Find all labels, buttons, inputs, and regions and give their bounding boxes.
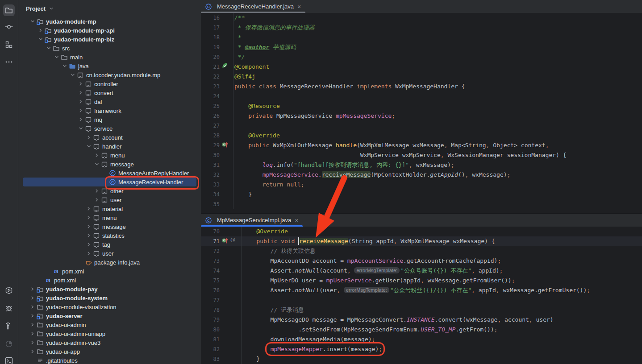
chevron-right-icon[interactable] bbox=[29, 303, 36, 310]
chevron-right-icon[interactable] bbox=[29, 285, 36, 293]
chevron-right-icon[interactable] bbox=[29, 321, 36, 328]
tree-item-account[interactable]: account bbox=[18, 133, 201, 142]
tree-item-messageautoreplyhandler[interactable]: CMessageAutoReplyHandler bbox=[18, 169, 201, 178]
chevron-down-icon[interactable] bbox=[61, 62, 68, 70]
line-number[interactable]: 75 bbox=[201, 276, 221, 285]
editor-bottom-code[interactable]: 70 @Override71@ public void receiveMessa… bbox=[201, 227, 642, 364]
tree-item-main[interactable]: main bbox=[18, 53, 201, 62]
tree-item-tag[interactable]: tag bbox=[18, 240, 201, 249]
overriding-method-icon[interactable] bbox=[221, 141, 229, 151]
tree-item-yudao-server[interactable]: yudao-server bbox=[18, 311, 201, 320]
code-line-20[interactable]: 20 */ bbox=[201, 52, 642, 62]
tree-item-yudao-module-mp-api[interactable]: yudao-module-mp-api bbox=[18, 26, 201, 35]
chevron-right-icon[interactable] bbox=[85, 241, 92, 248]
code-line-18[interactable]: 18 * bbox=[201, 33, 642, 42]
tree-item-yudao-ui-admin-vue3[interactable]: yudao-ui-admin-vue3 bbox=[18, 338, 201, 347]
line-number[interactable]: 26 bbox=[201, 111, 221, 121]
line-number[interactable]: 81 bbox=[201, 335, 221, 344]
line-number[interactable]: 70 bbox=[201, 227, 221, 236]
line-number[interactable]: 74 bbox=[201, 266, 221, 276]
chevron-down-icon[interactable] bbox=[48, 5, 54, 12]
chevron-right-icon[interactable] bbox=[77, 80, 84, 87]
tree-item-statistics[interactable]: statistics bbox=[18, 231, 201, 240]
editor-top-code[interactable]: 16/**17 * 保存微信消息的事件处理器18 *19 * @author 芋… bbox=[201, 13, 642, 213]
line-number[interactable]: 20 bbox=[201, 52, 221, 62]
chevron-down-icon[interactable] bbox=[29, 18, 36, 25]
tree-item-mq[interactable]: mq bbox=[18, 115, 201, 124]
line-number[interactable]: 16 bbox=[201, 13, 221, 23]
tab-mp-message-service-impl[interactable]: C MpMessageServiceImpl.java × bbox=[201, 214, 303, 227]
line-number[interactable]: 18 bbox=[201, 33, 221, 42]
tree-item-yudao-ui-admin[interactable]: yudao-ui-admin bbox=[18, 320, 201, 329]
line-number[interactable]: 22 bbox=[201, 72, 221, 82]
line-number[interactable]: 30 bbox=[201, 150, 221, 160]
tree-item-message[interactable]: message bbox=[18, 160, 201, 169]
chevron-right-icon[interactable] bbox=[85, 214, 92, 221]
tree-item-cn.iocoder.yudao.module.mp[interactable]: cn.iocoder.yudao.module.mp bbox=[18, 70, 201, 79]
project-folder-icon[interactable] bbox=[3, 4, 15, 16]
tree-item-pom.xml[interactable]: mpom.xml bbox=[18, 267, 201, 276]
tree-item-menu[interactable]: menu bbox=[18, 151, 201, 160]
close-icon[interactable]: × bbox=[297, 4, 301, 10]
code-line-24[interactable]: 24 bbox=[201, 91, 642, 101]
code-line-72[interactable]: 72 // 获得关联信息 bbox=[201, 246, 642, 256]
chevron-right-icon[interactable] bbox=[29, 294, 36, 302]
line-number[interactable]: 71 bbox=[201, 236, 221, 246]
chevron-right-icon[interactable] bbox=[29, 312, 36, 319]
chevron-right-icon[interactable] bbox=[29, 348, 36, 355]
spring-bean-icon[interactable] bbox=[221, 62, 228, 72]
code-line-76[interactable]: 76 Assert.notNull(user, errorMsgTemplate… bbox=[201, 285, 642, 295]
code-line-22[interactable]: 22@Slf4j bbox=[201, 72, 642, 82]
line-number[interactable]: 35 bbox=[201, 199, 221, 209]
chevron-right-icon[interactable] bbox=[93, 196, 100, 203]
line-number[interactable]: 33 bbox=[201, 180, 221, 190]
line-number[interactable]: 73 bbox=[201, 256, 221, 266]
build-icon[interactable] bbox=[3, 320, 15, 332]
tree-item-messagereceivehandler[interactable]: CMessageReceiveHandler bbox=[18, 178, 201, 186]
line-number[interactable]: 82 bbox=[201, 344, 221, 354]
code-line-19[interactable]: 19 * @author 芋道源码 bbox=[201, 42, 642, 52]
chevron-right-icon[interactable] bbox=[77, 116, 84, 123]
chevron-down-icon[interactable] bbox=[37, 36, 44, 43]
chevron-right-icon[interactable] bbox=[37, 27, 44, 34]
chevron-right-icon[interactable] bbox=[93, 152, 100, 159]
code-line-26[interactable]: 26 private MpMessageService mpMessageSer… bbox=[201, 111, 642, 121]
code-line-25[interactable]: 25 @Resource bbox=[201, 101, 642, 111]
code-line-74[interactable]: 74 Assert.notNull(account, errorMsgTempl… bbox=[201, 266, 642, 276]
chevron-right-icon[interactable] bbox=[77, 89, 84, 96]
chevron-down-icon[interactable] bbox=[85, 143, 92, 150]
tree-item-message[interactable]: message bbox=[18, 222, 201, 231]
chevron-down-icon[interactable] bbox=[77, 125, 84, 132]
code-line-32[interactable]: 32 mpMessageService.receiveMessage(MpCon… bbox=[201, 170, 642, 180]
profiler-icon[interactable] bbox=[3, 338, 15, 350]
code-line-70[interactable]: 70 @Override bbox=[201, 227, 642, 236]
chevron-right-icon[interactable] bbox=[85, 250, 92, 257]
close-icon[interactable]: × bbox=[295, 217, 298, 223]
line-number[interactable]: 76 bbox=[201, 285, 221, 295]
code-line-27[interactable]: 27 bbox=[201, 121, 642, 131]
tree-item-framework[interactable]: framework bbox=[18, 106, 201, 115]
tree-item-dal[interactable]: dal bbox=[18, 97, 201, 106]
line-number[interactable]: 83 bbox=[201, 354, 221, 364]
chevron-down-icon[interactable] bbox=[53, 54, 60, 61]
code-line-80[interactable]: 80 .setSendFrom(MpMessageSendFromEnum.US… bbox=[201, 325, 642, 335]
chevron-down-icon[interactable] bbox=[93, 161, 100, 168]
tree-item-other[interactable]: other bbox=[18, 186, 201, 195]
line-number[interactable]: 31 bbox=[201, 160, 221, 170]
code-line-77[interactable]: 77 bbox=[201, 295, 642, 305]
chevron-right-icon[interactable] bbox=[77, 98, 84, 105]
tree-item-service[interactable]: service bbox=[18, 124, 201, 133]
chevron-right-icon[interactable] bbox=[85, 232, 92, 239]
tree-item-user[interactable]: user bbox=[18, 195, 201, 204]
chevron-down-icon[interactable] bbox=[69, 71, 76, 79]
tree-item-package-info.java[interactable]: package-info.java bbox=[18, 258, 201, 267]
code-line-73[interactable]: 73 MpAccountDO account = mpAccountServic… bbox=[201, 256, 642, 266]
code-line-16[interactable]: 16/** bbox=[201, 13, 642, 23]
project-panel-header[interactable]: Project bbox=[18, 0, 201, 17]
line-number[interactable]: 28 bbox=[201, 131, 221, 141]
chevron-right-icon[interactable] bbox=[85, 205, 92, 212]
code-line-79[interactable]: 79 MpMessageDO message = MpMessageConver… bbox=[201, 315, 642, 325]
chevron-right-icon[interactable] bbox=[85, 134, 92, 141]
code-line-83[interactable]: 83 } bbox=[201, 354, 642, 364]
tree-item-user[interactable]: user bbox=[18, 249, 201, 258]
